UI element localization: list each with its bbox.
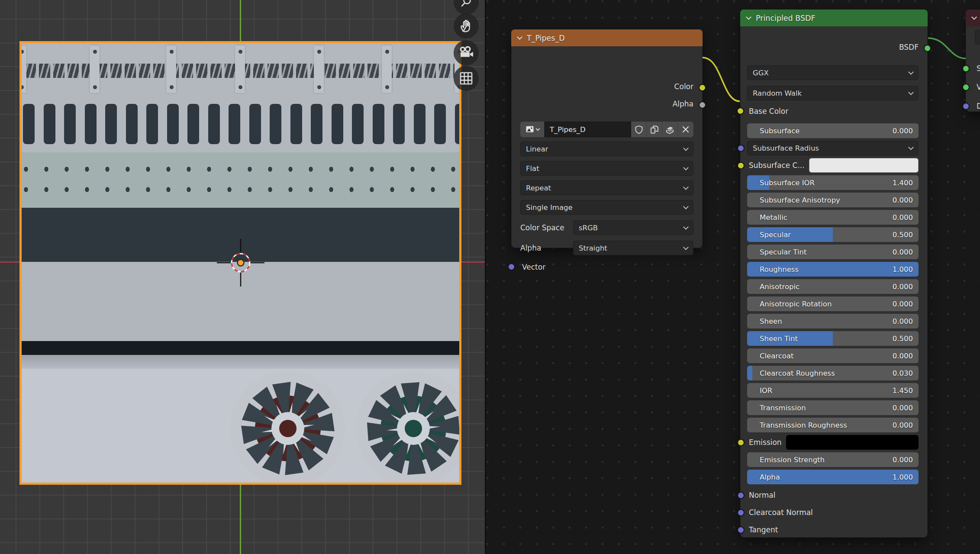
base-color-input-socket[interactable] <box>737 107 744 115</box>
clearcoat-normal-input-socket[interactable] <box>737 509 745 516</box>
collapse-chevron-icon[interactable] <box>746 14 751 20</box>
param-label: Subsurface Anisotropy <box>760 196 840 204</box>
collapse-chevron-icon[interactable] <box>517 34 522 40</box>
alpha-select[interactable]: Straight <box>573 241 693 255</box>
chevron-down-icon <box>683 245 689 250</box>
vent-slot <box>393 104 405 144</box>
gear-red <box>230 370 346 485</box>
vector-input-socket[interactable] <box>508 263 515 271</box>
volume-input-label: V <box>975 80 980 94</box>
param-slider-specular[interactable]: Specular0.500 <box>747 227 919 242</box>
texture-select-repeat[interactable]: Repeat <box>520 180 693 195</box>
bracket-plate <box>235 45 245 93</box>
color-output-socket[interactable] <box>699 84 706 91</box>
fake-user-button[interactable] <box>631 122 647 137</box>
image-name-field[interactable]: T_Pipes_D <box>545 122 631 137</box>
camera-view-gizmo[interactable] <box>454 40 479 65</box>
image-texture-node-header[interactable]: T_Pipes_D <box>511 29 703 46</box>
shader-node-editor[interactable]: T_Pipes_D Color Alpha T_Pipes_D <box>485 0 980 554</box>
bsdf-output-socket[interactable] <box>924 45 931 52</box>
param-value: 0.000 <box>893 421 913 429</box>
select-value: Repeat <box>526 184 551 192</box>
vector-input-row-clearcoat-normal: Clearcoat Normal <box>747 505 919 520</box>
pack-image-icon <box>665 125 675 134</box>
orthographic-grid-icon <box>459 71 473 85</box>
param-slider-metallic[interactable]: Metallic0.000 <box>747 210 919 225</box>
volume-input-socket[interactable] <box>962 84 970 91</box>
color-swatch[interactable] <box>809 158 919 173</box>
param-select-subsurface-radius[interactable]: Subsurface Radius <box>747 141 919 155</box>
texture-mid-band <box>22 262 459 341</box>
select-label: Alpha <box>520 244 573 252</box>
alpha-output-socket[interactable] <box>699 101 706 109</box>
unlink-image-button[interactable] <box>678 122 693 137</box>
param-slider-emission-strength[interactable]: Emission Strength0.000 <box>747 452 919 467</box>
displacement-input-socket[interactable] <box>962 103 970 110</box>
duplicate-image-button[interactable] <box>647 122 662 137</box>
principled-node-header[interactable]: Principled BSDF <box>740 10 928 26</box>
labeled-select-row-color-space: Color SpacesRGB <box>520 220 693 235</box>
param-slider-clearcoat-roughness[interactable]: Clearcoat Roughness0.030 <box>747 366 919 380</box>
param-label: Sheen Tint <box>760 335 798 343</box>
selected-texture-plane[interactable] <box>19 41 461 485</box>
material-output-node[interactable]: S V D <box>966 10 980 112</box>
zoom-gizmo[interactable] <box>454 0 479 15</box>
image-browse-icon <box>525 126 535 133</box>
camera-view-icon <box>458 45 474 60</box>
principled-bsdf-node[interactable]: Principled BSDF BSDF GGXRandom Walk Base… <box>740 10 928 538</box>
param-slider-anisotropic[interactable]: Anisotropic0.000 <box>747 279 919 294</box>
param-slider-sheen-tint[interactable]: Sheen Tint0.500 <box>747 331 919 346</box>
param-label: Transmission Roughness <box>760 421 847 429</box>
labeled-select-row-alpha: AlphaStraight <box>520 241 693 255</box>
subsurface-radius-input-socket[interactable] <box>737 145 745 152</box>
param-slider-subsurface[interactable]: Subsurface0.000 <box>747 123 919 138</box>
param-slider-transmission[interactable]: Transmission0.000 <box>747 400 919 415</box>
texture-select-single-image[interactable]: Single Image <box>520 200 693 215</box>
param-slider-sheen[interactable]: Sheen0.000 <box>747 314 919 329</box>
surface-input-socket[interactable] <box>962 65 970 72</box>
param-color-row-emission: Emission <box>747 435 919 450</box>
bsdf-select-random-walk[interactable]: Random Walk <box>747 86 919 100</box>
image-browse-button[interactable] <box>520 122 545 137</box>
param-slider-alpha[interactable]: Alpha1.000 <box>747 470 919 484</box>
image-texture-node[interactable]: T_Pipes_D Color Alpha T_Pipes_D <box>511 29 703 248</box>
chevron-down-icon <box>908 90 914 95</box>
node-title: Principled BSDF <box>756 14 816 23</box>
param-value: 1.000 <box>893 265 913 274</box>
param-value: 0.000 <box>893 352 913 360</box>
material-output-header[interactable] <box>966 10 980 26</box>
normal-input-socket[interactable] <box>737 492 745 499</box>
param-label: Transmission <box>760 404 806 412</box>
3d-viewport[interactable] <box>0 0 485 554</box>
param-slider-subsurface-ior[interactable]: Subsurface IOR1.400 <box>747 175 919 190</box>
param-slider-clearcoat[interactable]: Clearcoat0.000 <box>747 348 919 363</box>
param-slider-ior[interactable]: IOR1.450 <box>747 383 919 398</box>
param-slider-subsurface-anisotropy[interactable]: Subsurface Anisotropy0.000 <box>747 193 919 207</box>
pack-image-button[interactable] <box>662 122 678 137</box>
param-value: 1.000 <box>893 473 913 481</box>
param-value: 0.000 <box>893 213 913 222</box>
param-slider-transmission-roughness[interactable]: Transmission Roughness0.000 <box>747 418 919 432</box>
ortho-toggle-gizmo[interactable] <box>454 66 479 91</box>
slider-fill <box>747 366 752 380</box>
param-value: 0.000 <box>893 317 913 325</box>
vent-slot <box>373 104 384 144</box>
emission-input-socket[interactable] <box>737 439 745 446</box>
texture-shadow-stripe <box>22 355 459 369</box>
texture-select-flat[interactable]: Flat <box>520 161 693 176</box>
output-target-select[interactable] <box>975 30 980 45</box>
param-slider-specular-tint[interactable]: Specular Tint0.000 <box>747 245 919 259</box>
color-space-select[interactable]: sRGB <box>573 220 693 235</box>
color-swatch[interactable] <box>786 435 919 450</box>
color-output-label: Color <box>674 82 693 91</box>
param-label: Specular <box>760 231 791 239</box>
param-slider-anisotropic-rotation[interactable]: Anisotropic Rotation0.000 <box>747 296 919 311</box>
subsurface-c-input-socket[interactable] <box>737 162 745 169</box>
texture-select-linear[interactable]: Linear <box>520 142 693 156</box>
param-slider-roughness[interactable]: Roughness1.000 <box>747 262 919 277</box>
collapse-chevron-icon[interactable] <box>971 14 977 20</box>
pan-gizmo[interactable] <box>454 13 479 39</box>
param-value: 0.000 <box>893 248 913 256</box>
tangent-input-socket[interactable] <box>737 526 745 534</box>
bsdf-select-ggx[interactable]: GGX <box>747 65 919 80</box>
